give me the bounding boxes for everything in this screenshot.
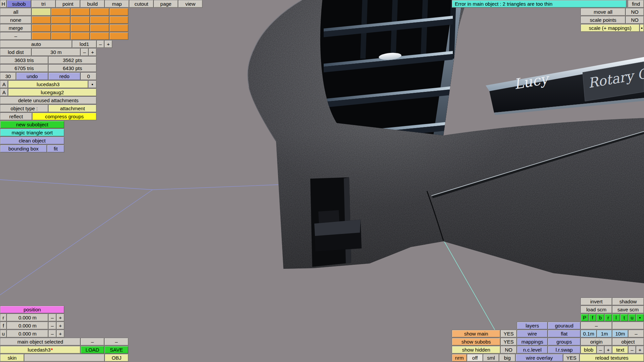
layers-button[interactable]: layers (517, 322, 548, 329)
show-hidden-button[interactable]: show hidden (452, 346, 500, 354)
view-perspective-button[interactable]: P (581, 314, 589, 321)
show-main-toggle[interactable]: YES (500, 330, 517, 338)
attachment-dot-button[interactable]: • (88, 80, 97, 88)
subobject-grid-cell[interactable] (109, 32, 128, 40)
axis-r-plus-button[interactable]: + (56, 314, 64, 321)
fit-button[interactable]: fit (47, 145, 64, 153)
nc-level-button[interactable]: n.c.level (517, 346, 548, 354)
wire-overlay-button[interactable]: wire overlay (516, 354, 563, 362)
tab-point[interactable]: point (56, 0, 80, 8)
view-left-button[interactable]: l (612, 314, 620, 321)
subobject-grid-cell[interactable] (70, 24, 90, 32)
origin-button[interactable]: origin (581, 338, 612, 346)
blob-button[interactable]: blob (581, 346, 597, 354)
move-all-toggle[interactable]: NO (626, 8, 644, 16)
attachment-tag[interactable]: A (0, 88, 8, 96)
tab-page[interactable]: page (154, 0, 178, 8)
select-merge-button[interactable]: merge (0, 24, 32, 32)
scale-mappings-button[interactable]: scale (+ mappings) (581, 24, 640, 32)
nrm-big-button[interactable]: big (499, 354, 516, 362)
object-name-field[interactable]: lucedash3* (0, 346, 80, 354)
attachment-item[interactable]: lucedash3 (8, 80, 88, 88)
compress-groups-button[interactable]: compress groups (32, 113, 97, 120)
view-right-button[interactable]: r (604, 314, 612, 321)
grid-10m-button[interactable]: 10m (612, 330, 628, 338)
grid-dash-button[interactable]: – (628, 330, 644, 338)
view-top-button[interactable]: t (620, 314, 628, 321)
menu-h-button[interactable]: H (0, 0, 7, 8)
axis-f-minus-button[interactable]: – (48, 322, 56, 329)
tab-tri[interactable]: tri (31, 0, 56, 8)
subobject-grid-cell[interactable] (51, 24, 70, 32)
scale-points-toggle[interactable]: NO (626, 16, 644, 24)
selection-dash-button[interactable]: – (104, 338, 128, 346)
wire-overlay-toggle[interactable]: YES (563, 354, 580, 362)
reload-textures-button[interactable]: reload textures (580, 354, 644, 362)
show-hidden-toggle[interactable]: NO (500, 346, 517, 354)
blob-plus-button[interactable]: + (604, 346, 612, 354)
subobject-grid-cell[interactable] (32, 16, 51, 24)
subobject-grid-cell[interactable] (51, 16, 70, 24)
subobject-grid-cell[interactable] (109, 16, 128, 24)
invert-button[interactable]: invert (581, 298, 612, 305)
subobject-grid-cell[interactable] (90, 24, 109, 32)
redo-button[interactable]: redo (48, 72, 80, 80)
lod-selector[interactable]: lod1 (72, 40, 97, 48)
undo-button[interactable]: undo (16, 72, 48, 80)
view-under-button[interactable]: u (628, 314, 636, 321)
new-subobject-button[interactable]: new subobject (0, 121, 64, 128)
axis-f-value[interactable]: 0.000 m (7, 322, 48, 329)
groups-button[interactable]: groups (548, 338, 581, 346)
auto-button[interactable]: auto (0, 40, 72, 48)
text-minus-button[interactable]: – (628, 346, 636, 354)
skin-button[interactable]: skin (0, 354, 24, 362)
mappings-button[interactable]: mappings (517, 338, 548, 346)
subobject-grid-cell[interactable] (90, 32, 109, 40)
save-button[interactable]: SAVE (104, 346, 128, 354)
view-front-button[interactable]: f (589, 314, 596, 321)
magic-triangle-sort-button[interactable]: magic triangle sort (0, 129, 64, 136)
attachment-item[interactable]: lucegaug2 (8, 88, 97, 96)
show-main-button[interactable]: show main (452, 330, 500, 338)
view-back-button[interactable]: b (596, 314, 604, 321)
flat-button[interactable]: flat (548, 330, 581, 338)
wire-button[interactable]: wire (517, 330, 548, 338)
axis-r-minus-button[interactable]: – (48, 314, 56, 321)
gouraud-button[interactable]: gouraud (548, 322, 581, 329)
blob-minus-button[interactable]: – (597, 346, 604, 354)
select-all-button[interactable]: all (0, 8, 32, 16)
lod-minus-button[interactable]: – (97, 40, 104, 48)
select-dash-button[interactable]: – (0, 32, 32, 40)
lod-dist-minus-button[interactable]: – (80, 48, 89, 56)
axis-u-plus-button[interactable]: + (56, 330, 64, 338)
lod-dist-plus-button[interactable]: + (89, 48, 97, 56)
subobject-grid-cell[interactable] (70, 8, 90, 16)
show-subobs-toggle[interactable]: YES (500, 338, 517, 346)
axis-f-plus-button[interactable]: + (56, 322, 64, 329)
clean-object-button[interactable]: clean object (0, 137, 64, 144)
select-none-button[interactable]: none (0, 16, 32, 24)
text-button[interactable]: text (612, 346, 628, 354)
subobject-grid-cell[interactable] (70, 16, 90, 24)
axis-u-minus-button[interactable]: – (48, 330, 56, 338)
nrm-button[interactable]: nrm (452, 354, 467, 362)
nrm-off-button[interactable]: off (467, 354, 483, 362)
redo-steps-value[interactable]: 0 (80, 72, 97, 80)
find-button[interactable]: find (628, 0, 644, 8)
layers-dash-button[interactable]: – (581, 322, 612, 329)
tab-build[interactable]: build (80, 0, 105, 8)
show-subobs-button[interactable]: show subobs (452, 338, 500, 346)
load-scm-button[interactable]: load scm (581, 306, 612, 313)
layers-empty-cell[interactable] (612, 322, 644, 329)
lr-swap-button[interactable]: l.r.swap (548, 346, 581, 354)
lod-plus-button[interactable]: + (104, 40, 112, 48)
grid-1m-button[interactable]: 1m (597, 330, 612, 338)
nrm-sml-button[interactable]: sml (483, 354, 499, 362)
attachment-tag[interactable]: A (0, 80, 8, 88)
subobject-grid-cell[interactable] (32, 32, 51, 40)
object-button[interactable]: object (612, 338, 644, 346)
tab-subob[interactable]: subob (7, 0, 31, 8)
selection-dash-button[interactable]: – (80, 338, 104, 346)
subobject-grid-cell[interactable] (51, 8, 70, 16)
subobject-grid-cell[interactable] (70, 32, 90, 40)
